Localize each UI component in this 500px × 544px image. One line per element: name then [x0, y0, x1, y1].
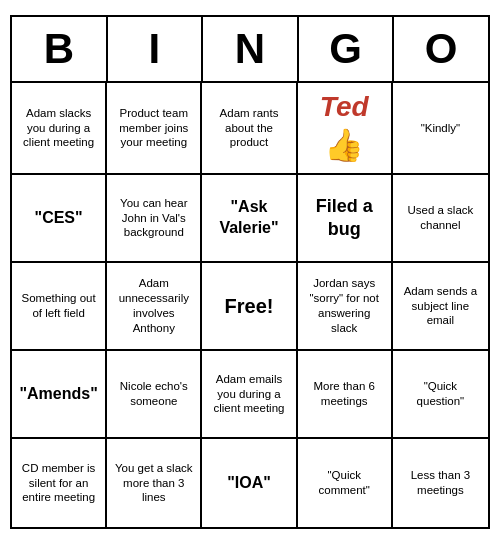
bingo-cell-r4c3[interactable]: Adam emails you during a client meeting [202, 351, 297, 439]
bingo-cell-r5c1[interactable]: CD member is silent for an entire meetin… [12, 439, 107, 527]
bingo-cell-r4c1[interactable]: "Amends" [12, 351, 107, 439]
bingo-cell-r2c2[interactable]: You can hear John in Val's background [107, 175, 202, 263]
bingo-cell-r5c3[interactable]: "IOA" [202, 439, 297, 527]
bingo-card: B I N G O Adam slacks you during a clien… [10, 15, 490, 529]
cell-text: Adam unnecessarily involves Anthony [113, 276, 194, 336]
cell-text: You get a slack more than 3 lines [113, 461, 194, 506]
bingo-cell-r2c3[interactable]: "Ask Valerie" [202, 175, 297, 263]
bingo-cell-r1c1[interactable]: Adam slacks you during a client meeting [12, 83, 107, 175]
cell-text: Product team member joins your meeting [113, 106, 194, 151]
cell-text: Adam sends a subject line email [399, 284, 482, 329]
cell-text: CD member is silent for an entire meetin… [18, 461, 99, 506]
cell-text: More than 6 meetings [304, 379, 385, 409]
bingo-cell-r1c2[interactable]: Product team member joins your meeting [107, 83, 202, 175]
cell-text: "IOA" [227, 473, 271, 494]
header-g: G [299, 17, 395, 81]
bingo-cell-r1c3[interactable]: Adam rants about the product [202, 83, 297, 175]
ted-label: Ted [320, 91, 369, 122]
bingo-cell-r1c4[interactable]: Ted 👍 [298, 83, 393, 175]
bingo-cell-r3c2[interactable]: Adam unnecessarily involves Anthony [107, 263, 202, 351]
cell-text: "Ask Valerie" [208, 197, 289, 239]
cell-text: "Amends" [19, 384, 97, 405]
bingo-cell-r2c5[interactable]: Used a slack channel [393, 175, 488, 263]
cell-text: Jordan says "sorry" for not answering sl… [304, 276, 385, 336]
cell-text: Adam emails you during a client meeting [208, 372, 289, 417]
bingo-cell-r3c1[interactable]: Something out of left field [12, 263, 107, 351]
bingo-cell-r3c3[interactable]: Free! [202, 263, 297, 351]
cell-text: "Kindly" [421, 121, 461, 136]
bingo-cell-r1c5[interactable]: "Kindly" [393, 83, 488, 175]
cell-text: Used a slack channel [399, 203, 482, 233]
cell-text: You can hear John in Val's background [113, 196, 194, 241]
bingo-header: B I N G O [12, 17, 488, 83]
bingo-cell-r3c4[interactable]: Jordan says "sorry" for not answering sl… [298, 263, 393, 351]
cell-text: Nicole echo's someone [113, 379, 194, 409]
bingo-cell-r5c2[interactable]: You get a slack more than 3 lines [107, 439, 202, 527]
ted-emoji: 👍 [320, 125, 369, 167]
cell-text: Adam rants about the product [208, 106, 289, 151]
cell-text: "Quick question" [399, 379, 482, 409]
bingo-grid: Adam slacks you during a client meetingP… [12, 83, 488, 527]
header-b: B [12, 17, 108, 81]
free-label: Free! [225, 293, 274, 319]
cell-text: Adam slacks you during a client meeting [18, 106, 99, 151]
header-n: N [203, 17, 299, 81]
bingo-cell-r2c1[interactable]: "CES" [12, 175, 107, 263]
cell-text: Filed a bug [304, 195, 385, 242]
header-o: O [394, 17, 488, 81]
cell-text: Something out of left field [18, 291, 99, 321]
bingo-cell-r4c2[interactable]: Nicole echo's someone [107, 351, 202, 439]
cell-text: "CES" [35, 208, 83, 229]
bingo-cell-r2c4[interactable]: Filed a bug [298, 175, 393, 263]
bingo-cell-r5c5[interactable]: Less than 3 meetings [393, 439, 488, 527]
header-i: I [108, 17, 204, 81]
cell-text: "Quick comment" [304, 468, 385, 498]
cell-text: Less than 3 meetings [399, 468, 482, 498]
bingo-cell-r4c5[interactable]: "Quick question" [393, 351, 488, 439]
bingo-cell-r3c5[interactable]: Adam sends a subject line email [393, 263, 488, 351]
bingo-cell-r4c4[interactable]: More than 6 meetings [298, 351, 393, 439]
bingo-cell-r5c4[interactable]: "Quick comment" [298, 439, 393, 527]
